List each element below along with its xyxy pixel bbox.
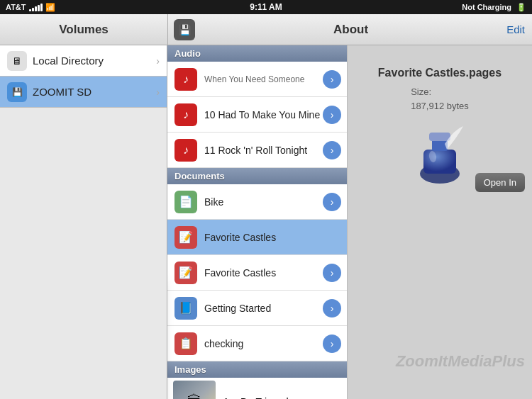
right-panel: Favorite Castles.pages Size: 187,912 byt…	[348, 45, 532, 399]
file-name-when-you-need: When You Need Someone	[204, 74, 323, 84]
open-in-button[interactable]: Open In	[475, 173, 525, 192]
image-item-arc-de-triomphe[interactable]: 🏛 Arc De Triomphe ›	[167, 378, 347, 399]
file-item-rock-roll[interactable]: ♪ 11 Rock 'n' Roll Tonight ›	[167, 133, 347, 168]
status-left: AT&T 📶	[6, 3, 55, 12]
zoomit-sd-label: ZOOMIT SD	[33, 86, 156, 98]
signal-bar-5	[40, 4, 43, 11]
arrow-btn-had-to-make[interactable]: ›	[323, 106, 341, 124]
doc-icon-bike: 📄	[173, 189, 199, 215]
status-bar: AT&T 📶 9:11 AM Not Charging 🔋	[0, 0, 532, 14]
file-item-favorite-castles-1[interactable]: 📝 Favorite Castles Open In... 📄 Pages 📕	[167, 220, 347, 255]
nav-icon: 💾	[174, 19, 195, 40]
file-item-getting-started[interactable]: 📘 Getting Started ›	[167, 291, 347, 326]
doc-icon-favorite-castles-1: 📝	[173, 225, 199, 250]
local-directory-label: Local Directory	[33, 55, 156, 67]
battery-icon: 🔋	[516, 3, 526, 11]
signal-bar-3	[35, 6, 37, 11]
doc-icon-getting-started: 📘	[173, 296, 199, 321]
arrow-btn-favorite-castles-2[interactable]: ›	[323, 264, 341, 282]
arrow-btn-when-you-need[interactable]: ›	[323, 70, 341, 89]
content-row: 🖥 Local Directory › 💾 ZOOMIT SD › Audio	[0, 45, 532, 399]
sidebar-item-local-directory[interactable]: 🖥 Local Directory ›	[0, 45, 167, 77]
local-directory-chevron: ›	[156, 55, 160, 67]
svg-rect-3	[429, 133, 450, 141]
edit-button[interactable]: Edit	[506, 23, 525, 35]
app-container: Volumes 💾 About Edit 🖥 Local Directory ›…	[0, 14, 532, 399]
arrow-btn-bike[interactable]: ›	[323, 193, 341, 211]
audio-icon-1: ♪	[173, 67, 199, 92]
sd-card-icon: 💾	[179, 24, 191, 35]
file-item-bike[interactable]: 📄 Bike ›	[167, 184, 347, 220]
sidebar-item-zoomit-sd[interactable]: 💾 ZOOMIT SD ›	[0, 77, 167, 108]
file-item-checking[interactable]: 📋 checking ›	[167, 326, 347, 361]
doc-icon-checking: 📋	[173, 331, 199, 356]
signal-bars	[29, 3, 43, 11]
size-value: 187,912 bytes	[411, 101, 469, 111]
right-nav-title: About	[195, 23, 506, 37]
images-section-header: Images	[167, 361, 347, 378]
arrow-btn-rock-roll[interactable]: ›	[323, 141, 341, 159]
battery-status-label: Not Charging	[462, 3, 511, 11]
file-name-had-to-make: 10 Had To Make You Mine	[204, 109, 323, 120]
file-name-rock-roll: 11 Rock 'n' Roll Tonight	[204, 145, 323, 156]
doc-icon-favorite-castles-2: 📝	[173, 260, 199, 286]
pages-icon	[408, 123, 472, 186]
audio-icon-3: ♪	[173, 137, 199, 163]
file-name-arc-de-triomphe: Arc De Triomphe	[223, 396, 297, 400]
file-preview-title: Favorite Castles.pages	[378, 67, 501, 79]
right-nav-bar: 💾 About Edit	[167, 14, 532, 45]
arrow-btn-checking[interactable]: ›	[323, 335, 341, 353]
middle-panel: Audio ♪ When You Need Someone › ♪ 10 Had…	[167, 45, 348, 399]
arrow-btn-getting-started[interactable]: ›	[323, 299, 341, 317]
file-name-checking: checking	[204, 338, 323, 349]
signal-bar-1	[29, 9, 31, 11]
thumb-arc-de-triomphe: 🏛	[173, 381, 216, 400]
left-nav-bar: Volumes	[0, 14, 167, 45]
arrow-btn-arc-de-triomphe[interactable]: ›	[297, 396, 301, 400]
file-item-favorite-castles-2[interactable]: 📝 Favorite Castles ›	[167, 255, 347, 291]
zoomit-sd-chevron: ›	[156, 86, 160, 98]
documents-section-header: Documents	[167, 168, 347, 184]
svg-rect-1	[423, 150, 456, 174]
file-name-bike: Bike	[204, 196, 323, 208]
sidebar: 🖥 Local Directory › 💾 ZOOMIT SD ›	[0, 45, 167, 399]
file-name-favorite-castles-2: Favorite Castles	[204, 267, 323, 279]
nav-bars: Volumes 💾 About Edit	[0, 14, 532, 45]
carrier-label: AT&T	[6, 3, 26, 11]
status-right: Not Charging 🔋	[462, 3, 526, 12]
file-item-had-to-make[interactable]: ♪ 10 Had To Make You Mine ›	[167, 97, 347, 133]
wifi-icon: 📶	[45, 3, 55, 12]
local-directory-icon: 🖥	[7, 51, 27, 71]
signal-bar-2	[32, 8, 34, 11]
signal-bar-4	[38, 5, 40, 11]
zoomit-sd-icon: 💾	[7, 82, 27, 102]
file-name-getting-started: Getting Started	[204, 303, 323, 314]
audio-section-header: Audio	[167, 45, 347, 62]
file-preview-info: Size: 187,912 bytes	[411, 85, 469, 113]
size-label: Size:	[411, 86, 431, 97]
left-nav-title: Volumes	[59, 23, 109, 37]
file-name-favorite-castles-1: Favorite Castles	[204, 232, 341, 243]
audio-icon-2: ♪	[173, 102, 199, 128]
status-time: 9:11 AM	[250, 2, 282, 12]
watermark-text: ZoomItMediaPlus	[396, 352, 525, 371]
file-item-when-you-need[interactable]: ♪ When You Need Someone ›	[167, 62, 347, 97]
